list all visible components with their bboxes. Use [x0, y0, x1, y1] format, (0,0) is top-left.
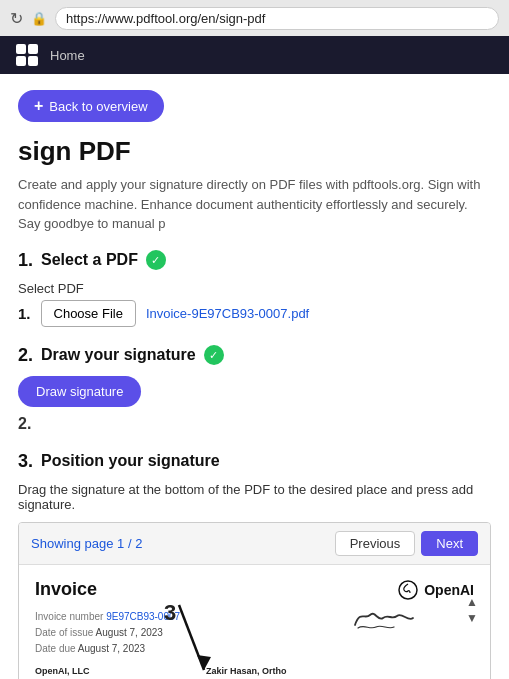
- invoice-preview: Invoice OpenAI Invoice number 9E97CB93-0…: [19, 565, 490, 680]
- draw-sig-label: Draw signature: [36, 384, 123, 399]
- lock-icon: 🔒: [31, 11, 47, 26]
- step1-check-icon: ✓: [146, 250, 166, 270]
- page-title: sign PDF: [18, 136, 491, 167]
- step3-section: 3. Position your signature Drag the sign…: [18, 451, 491, 680]
- next-button[interactable]: Next: [421, 531, 478, 556]
- due-label: Date due: [35, 643, 76, 654]
- svg-point-4: [399, 581, 417, 599]
- svg-rect-3: [28, 56, 38, 66]
- selected-filename: Invoice-9E97CB93-0007.pdf: [146, 306, 309, 321]
- openai-icon: [397, 579, 419, 601]
- drag-instruction: Drag the signature at the bottom of the …: [18, 482, 491, 512]
- invoice-title: Invoice: [35, 579, 97, 600]
- svg-rect-0: [16, 44, 26, 54]
- main-content: + Back to overview sign PDF Create and a…: [0, 74, 509, 679]
- choose-file-button[interactable]: Choose File: [41, 300, 136, 327]
- step3-title: Position your signature: [41, 452, 220, 470]
- step1-inline-number: 1.: [18, 305, 31, 322]
- select-pdf-label: Select PDF: [18, 281, 491, 296]
- openai-logo: OpenAI: [397, 579, 474, 601]
- signature-svg: [350, 600, 420, 635]
- step2-number: 2.: [18, 345, 33, 366]
- step2-check-icon: ✓: [204, 345, 224, 365]
- step1-header: 1. Select a PDF ✓: [18, 250, 491, 271]
- pdf-viewer-toolbar: Showing page 1 / 2 Previous Next: [19, 523, 490, 565]
- browser-bar: ↻ 🔒 https://www.pdftool.org/en/sign-pdf: [0, 0, 509, 36]
- step2-header: 2. Draw your signature ✓: [18, 345, 491, 366]
- invoice-header-row: Invoice OpenAI: [35, 579, 474, 601]
- invoice-due-row: Date due August 7, 2023: [35, 641, 474, 657]
- due-value: August 7, 2023: [78, 643, 145, 654]
- step2-title: Draw your signature: [41, 346, 196, 364]
- page-info: Showing page 1 / 2: [31, 536, 142, 551]
- bill-from-col: OpenAI, LLC 3180 Market Street PMB 20273…: [35, 665, 186, 680]
- bill-to-col: Zakir Hasan, Ortho D04 New Delhi 110025 …: [206, 665, 287, 680]
- date-label: Date of issue: [35, 627, 93, 638]
- pdf-viewer: Showing page 1 / 2 Previous Next Invoice: [18, 522, 491, 680]
- site-logo: [16, 44, 38, 66]
- step1-number: 1.: [18, 250, 33, 271]
- svg-rect-2: [16, 56, 26, 66]
- bill-to-heading: Zakir Hasan, Ortho: [206, 665, 287, 679]
- top-nav: Home: [0, 36, 509, 74]
- home-link[interactable]: Home: [50, 48, 85, 63]
- step3-header: 3. Position your signature: [18, 451, 491, 472]
- date-value: August 7, 2023: [96, 627, 163, 638]
- step2-section: 2. Draw your signature ✓ Draw signature …: [18, 345, 491, 433]
- draw-signature-button[interactable]: Draw signature: [18, 376, 141, 407]
- step1-title: Select a PDF: [41, 251, 138, 269]
- scroll-up-arrow[interactable]: ▲: [466, 595, 478, 609]
- step2-inline-number: 2.: [18, 415, 491, 433]
- back-button-label: Back to overview: [49, 99, 147, 114]
- address-bar[interactable]: https://www.pdftool.org/en/sign-pdf: [55, 7, 499, 30]
- step1-section: 1. Select a PDF ✓ Select PDF 1. Choose F…: [18, 250, 491, 327]
- previous-button[interactable]: Previous: [335, 531, 416, 556]
- reload-icon[interactable]: ↻: [10, 9, 23, 28]
- scroll-down-arrow[interactable]: ▼: [466, 611, 478, 625]
- invoice-number-label: Invoice number: [35, 611, 103, 622]
- bill-from-heading: OpenAI, LLC: [35, 665, 186, 679]
- page-info-prefix: Showing page: [31, 536, 113, 551]
- current-page: 1: [117, 536, 124, 551]
- page-description: Create and apply your signature directly…: [18, 175, 491, 234]
- step3-number: 3.: [18, 451, 33, 472]
- scroll-arrows: ▲ ▼: [466, 595, 478, 625]
- select-pdf-row: 1. Choose File Invoice-9E97CB93-0007.pdf: [18, 300, 491, 327]
- total-pages: 2: [135, 536, 142, 551]
- signature-overlay[interactable]: [350, 600, 420, 638]
- nav-buttons: Previous Next: [335, 531, 478, 556]
- step3-pdf-label: 3: [164, 600, 176, 626]
- svg-rect-1: [28, 44, 38, 54]
- billing-section: OpenAI, LLC 3180 Market Street PMB 20273…: [35, 665, 474, 680]
- plus-icon: +: [34, 97, 43, 115]
- back-to-overview-button[interactable]: + Back to overview: [18, 90, 164, 122]
